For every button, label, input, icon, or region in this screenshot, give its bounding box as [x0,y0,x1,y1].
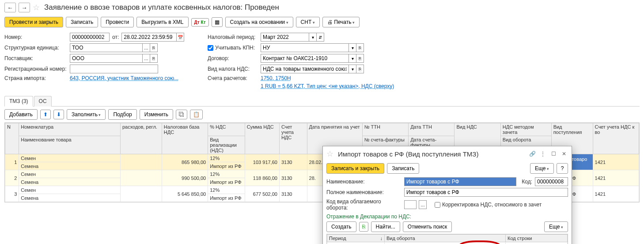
popup-turnover-code-label: Код вида облагаемого оборота: [326,198,402,202]
consider-kpn-checkbox[interactable]: Учитывать КПН: [208,45,261,51]
import-country-label: Страна импорта: [4,75,70,81]
tabs: ТМЗ (3) ОС [4,95,640,107]
receipt-type-popup: ☆ Импорт товаров с РФ (Вид поступления Т… [322,146,572,202]
snt-button[interactable]: СНТ [296,17,320,27]
popup-correction-checkbox[interactable]: Корректировка НДС, относимого в зачет [435,202,542,202]
nu-input[interactable] [261,43,349,52]
col-expenses[interactable]: расходов, регл. [120,123,162,154]
popup-fullname-label: Полное наименование: [326,189,402,195]
supplier-select[interactable]: … [142,54,150,63]
contract-label: Договор: [208,55,261,61]
col-vat-acct2[interactable]: Счет учета НДС к во [593,123,639,154]
move-up-button[interactable]: ⬆ [40,110,51,119]
contract-input[interactable] [261,54,349,63]
fill-button[interactable]: Заполнить [67,109,106,120]
struct-unit-open[interactable]: ⎘ [150,43,158,52]
popup-code-input[interactable] [535,177,568,186]
col-vat-pct[interactable]: % НДС [208,123,245,136]
accounts-link[interactable]: 1750, 1750Н [261,75,291,81]
post-and-close-button[interactable]: Провести и закрыть [4,17,63,27]
accounts-label: Счета расчетов: [208,75,261,81]
popup-more-button[interactable]: Еще [530,163,554,174]
tab-os[interactable]: ОС [34,96,52,107]
kpn-check[interactable] [208,45,213,51]
nu-open[interactable]: ⎘ [356,43,364,52]
create-based-button[interactable]: Создать на основании [225,17,293,27]
popup-link-icon[interactable]: 🔗 [528,150,536,158]
col-vat-acct[interactable]: Счет учета НДС [279,123,307,154]
popup-toolbar: Записать и закрыть Записать Еще ? [323,161,572,175]
popup-favorite-icon[interactable]: ☆ [326,149,333,159]
form-area: Номер: от: 📅 Налоговый период: ▾ ⇵ Струк… [0,32,644,92]
tax-period-input[interactable] [261,33,309,42]
popup-name-input[interactable] [404,177,516,186]
rate-link[interactable]: 1 RUB = 5,66 KZT, Тип цен: <не указан>, … [261,83,394,89]
vat-type-dropdown[interactable]: ▾ [349,65,356,73]
reg-number-input[interactable] [70,65,158,73]
popup-title: Импорт товаров с РФ (Вид поступления ТМЗ… [338,150,526,158]
col-ttn-no[interactable]: № ТТН [362,123,408,136]
col-tax-base[interactable]: Налоговая база НДС [162,123,208,154]
popup-save-close-button[interactable]: Записать и закрыть [326,163,384,174]
pick-button[interactable]: Подбор [108,109,136,120]
post-button[interactable]: Провести [101,17,134,27]
action-toolbar: Провести и закрыть Записать Провести Выг… [0,15,644,32]
struct-unit-input[interactable] [70,43,143,52]
supplier-input[interactable] [70,54,143,63]
vat-type-open[interactable]: ⎘ [356,65,364,73]
contract-open[interactable]: ⎘ [356,54,364,63]
col-vat-sum[interactable]: Сумма НДС [245,123,279,154]
structure-icon: ▦ [215,19,220,25]
popup-name-label: Наименование: [326,179,402,185]
popup-close-icon[interactable]: ✕ [560,150,568,158]
favorite-icon[interactable]: ☆ [33,3,40,12]
tax-period-stepper[interactable]: ⇵ [316,33,324,42]
popup-fullname-input[interactable] [404,188,568,197]
copy-button[interactable]: ⿻ [176,110,187,119]
tab-tmz[interactable]: ТМЗ (3) [4,96,33,107]
popup-maximize-icon[interactable]: ☐ [549,150,557,158]
import-country-link[interactable]: 643, РОССИЯ, участник Таможенного сою... [70,75,178,81]
nu-dropdown[interactable]: ▾ [349,43,356,52]
move-down-button[interactable]: ⬇ [53,110,64,119]
date-input[interactable] [121,33,177,42]
col-vat-method[interactable]: НДС методом зачета [500,123,551,136]
back-button[interactable]: ← [4,3,16,12]
col-ttn-date[interactable]: Дата ТТН [409,123,455,136]
grid-header-row1: N Номенклатура расходов, регл. Налоговая… [5,123,639,136]
reg-number-label: Регистрационный номер: [4,66,70,72]
popup-turnover-code-select[interactable]: … [419,200,427,202]
save-button[interactable]: Записать [66,17,98,27]
struct-unit-select[interactable]: … [142,43,150,52]
tax-period-dropdown[interactable]: ▾ [309,33,317,42]
print-button[interactable]: 🖨 Печать [322,17,360,27]
popup-header: ☆ Импорт товаров с РФ (Вид поступления Т… [323,146,572,161]
export-xml-button[interactable]: Выгрузить в XML [136,17,188,27]
paste-button[interactable]: 📋 [190,110,203,119]
edit-button[interactable]: Изменить [140,109,173,120]
col-n[interactable]: N [5,123,19,154]
title-bar: ← → ☆ Заявление о ввозе товаров и уплате… [0,0,644,15]
col-nomenclature[interactable]: Номенклатура [19,123,121,136]
popup-help-button[interactable]: ? [557,163,568,174]
supplier-open[interactable]: ⎘ [150,54,158,63]
dtkt-button[interactable]: ДтКт [191,18,209,27]
from-label: от: [112,34,119,40]
calendar-button[interactable]: 📅 [176,33,184,42]
supplier-label: Поставщик: [4,55,70,61]
vat-type-input[interactable] [261,65,349,73]
col-nomenclature2[interactable]: Наименование товара [19,136,121,154]
number-input[interactable] [70,33,110,42]
grid-toolbar: Добавить ⬆ ⬇ Заполнить Подбор Изменить ⿻… [0,107,644,122]
add-row-button[interactable]: Добавить [4,109,38,120]
popup-more-icon[interactable]: ⋮ [539,150,547,158]
popup-turnover-code-input[interactable] [404,200,417,202]
popup-save-button[interactable]: Записать [387,163,419,174]
struct-unit-label: Структурная единица: [4,45,70,51]
tax-period-label: Налоговый период: [208,34,261,40]
structure-button[interactable]: ▦ [212,17,223,27]
vat-type-label: Вид налога НДС: [208,66,261,72]
forward-button[interactable]: → [19,3,30,12]
col-realiz[interactable]: Вид реализации (НДС) [208,136,245,154]
contract-dropdown[interactable]: ▾ [349,54,356,63]
